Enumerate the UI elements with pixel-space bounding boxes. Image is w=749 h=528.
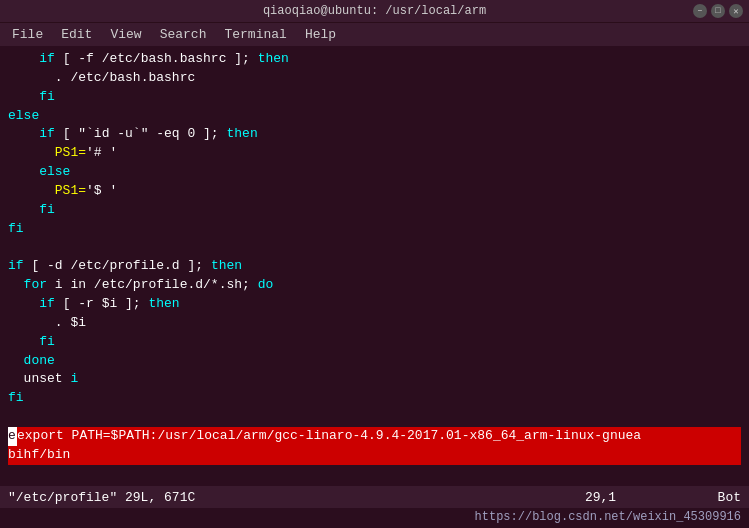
status-bar: "/etc/profile" 29L, 671C 29,1 Bot: [0, 486, 749, 508]
code-line-12: if [ -d /etc/profile.d ]; then: [8, 257, 741, 276]
code-line-empty1: [8, 238, 741, 257]
cursor: e: [8, 427, 17, 446]
code-line-8: PS1='$ ': [8, 182, 741, 201]
menu-file[interactable]: File: [4, 25, 51, 44]
menu-edit[interactable]: Edit: [53, 25, 100, 44]
menu-terminal[interactable]: Terminal: [216, 25, 294, 44]
url-bar: https://blog.csdn.net/weixin_45309916: [0, 508, 749, 528]
file-info: "/etc/profile" 29L, 671C: [8, 490, 195, 505]
code-line-2: . /etc/bash.bashrc: [8, 69, 741, 88]
code-line-14: if [ -r $i ]; then: [8, 295, 741, 314]
code-line-5: if [ "`id -u`" -eq 0 ]; then: [8, 125, 741, 144]
code-line-6: PS1='# ': [8, 144, 741, 163]
maximize-button[interactable]: □: [711, 4, 725, 18]
title-bar: qiaoqiao@ubuntu: /usr/local/arm – □ ✕: [0, 0, 749, 22]
code-line-13: for i in /etc/profile.d/*.sh; do: [8, 276, 741, 295]
code-line-18: unset i: [8, 370, 741, 389]
menu-view[interactable]: View: [102, 25, 149, 44]
highlighted-line-1: eexport PATH=$PATH:/usr/local/arm/gcc-li…: [8, 427, 741, 446]
code-line-empty2: [8, 408, 741, 427]
code-line-17: done: [8, 352, 741, 371]
code-line-3: fi: [8, 88, 741, 107]
url-text: https://blog.csdn.net/weixin_45309916: [475, 510, 741, 524]
menu-search[interactable]: Search: [152, 25, 215, 44]
code-line-15: . $i: [8, 314, 741, 333]
code-line-9: fi: [8, 201, 741, 220]
code-line-19: fi: [8, 389, 741, 408]
highlighted-line-2: bihf/bin: [8, 446, 741, 465]
window-controls[interactable]: – □ ✕: [693, 4, 743, 18]
code-line-4: else: [8, 107, 741, 126]
window-title: qiaoqiao@ubuntu: /usr/local/arm: [263, 4, 486, 18]
menu-help[interactable]: Help: [297, 25, 344, 44]
code-line-7: else: [8, 163, 741, 182]
code-line-10: fi: [8, 220, 741, 239]
minimize-button[interactable]: –: [693, 4, 707, 18]
code-line-1: if [ -f /etc/bash.bashrc ]; then: [8, 50, 741, 69]
close-button[interactable]: ✕: [729, 4, 743, 18]
cursor-position: 29,1 Bot: [585, 490, 741, 505]
code-line-16: fi: [8, 333, 741, 352]
terminal-content[interactable]: if [ -f /etc/bash.bashrc ]; then . /etc/…: [0, 46, 749, 486]
menu-bar: File Edit View Search Terminal Help: [0, 22, 749, 46]
